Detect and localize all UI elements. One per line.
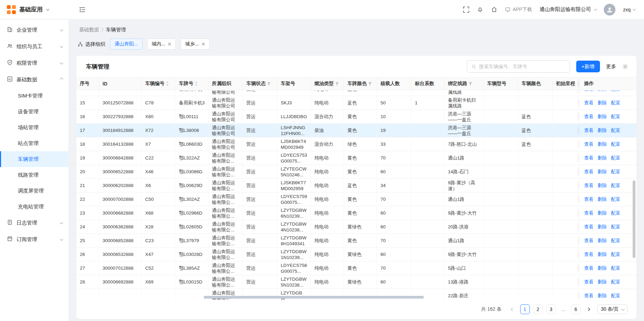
table-row[interactable]: 22300007002888C50鄂L302AZ通山奔阳运输有限公...营运LD… <box>76 193 636 206</box>
page-button-3[interactable]: 3 <box>546 304 556 314</box>
app-switcher[interactable]: 基础应用 <box>0 5 69 14</box>
view-link[interactable]: 查看 <box>584 127 593 134</box>
view-link[interactable]: 查看 <box>584 100 593 106</box>
search-input[interactable] <box>479 64 566 69</box>
table-row[interactable]: 15300125072888C78备用刷卡机3通山奔阳运输有限公司营运SKJ3纯… <box>76 96 636 110</box>
org-chip[interactable]: 城内... <box>147 39 176 50</box>
sidebar-item-station[interactable]: 站点管理 <box>0 135 68 151</box>
view-link[interactable]: 查看 <box>584 251 593 258</box>
sidebar-item-permissions[interactable]: 权限管理 <box>0 55 68 71</box>
table-row[interactable]: 16300227932888X80鄂L00111通山奔阳运输有限公司营运LLJJ… <box>76 110 636 124</box>
configure-link[interactable]: 配置 <box>611 127 620 134</box>
column-header[interactable]: 车牌号 <box>175 77 208 90</box>
view-link[interactable]: 查看 <box>584 293 593 299</box>
view-link[interactable]: 查看 <box>584 155 593 161</box>
column-header[interactable]: 绑定线路 <box>444 77 484 90</box>
table-row[interactable]: 23300006682888X68鄂L02966D通山奔阳运输有限公...营运L… <box>76 206 636 220</box>
view-link[interactable]: 查看 <box>584 224 593 230</box>
sidebar-item-sim-card[interactable]: SIM卡管理 <box>0 88 68 104</box>
breadcrumb-base-data[interactable]: 基础数据 <box>79 27 99 33</box>
avatar[interactable] <box>604 4 615 15</box>
vertical-scrollbar[interactable] <box>633 180 635 258</box>
configure-link[interactable]: 配置 <box>611 224 620 230</box>
configure-link[interactable]: 配置 <box>611 293 620 299</box>
view-link[interactable]: 查看 <box>584 210 593 216</box>
configure-link[interactable]: 配置 <box>611 238 620 244</box>
filter-icon[interactable] <box>267 82 271 86</box>
configure-link[interactable]: 配置 <box>611 114 620 120</box>
fullscreen-icon[interactable] <box>463 7 469 13</box>
configure-link[interactable]: 配置 <box>611 155 620 161</box>
table-row[interactable]: 28300006692888X69鄂L03015D通山奔阳运输有限公...营运L… <box>76 275 636 289</box>
configure-link[interactable]: 配置 <box>611 265 620 271</box>
sidebar-item-subscription[interactable]: 订阅管理 <box>0 231 68 248</box>
sidebar-item-enterprise[interactable]: 企业管理 <box>0 22 68 38</box>
view-link[interactable]: 查看 <box>584 183 593 189</box>
view-link[interactable]: 查看 <box>584 238 593 244</box>
table-row[interactable]: 19300006842888C22鄂L322AZ通山奔阳运输有限公...营运LD… <box>76 151 636 165</box>
view-link[interactable]: 查看 <box>584 265 593 271</box>
column-header[interactable]: 车牌颜色 <box>344 77 377 90</box>
prev-page-button[interactable] <box>507 304 517 314</box>
view-link[interactable]: 查看 <box>584 196 593 203</box>
sidebar-item-route[interactable]: 线路管理 <box>0 167 68 183</box>
sidebar-item-depot[interactable]: 场站管理 <box>0 120 68 135</box>
configure-link[interactable]: 配置 <box>611 251 620 258</box>
sidebar-item-org-staff[interactable]: 组织与员工 <box>0 38 68 55</box>
table-row[interactable]: 25300006852888C23鄂L37979通山奔阳运输有限公...营运LZ… <box>76 234 636 248</box>
user-menu[interactable]: zxq <box>623 7 635 12</box>
table-row[interactable]: 14300125062888C77备用刷卡机2通山奔阳运输有限公司营运SKJ2纯… <box>76 91 636 96</box>
org-chip-selected[interactable]: 通山奔阳... <box>110 39 142 50</box>
sidebar-item-charging-station[interactable]: 充电站管理 <box>0 199 68 215</box>
delete-link[interactable]: 删除 <box>598 238 607 244</box>
next-page-button[interactable] <box>584 304 594 314</box>
page-button-6[interactable]: 6 <box>571 304 581 314</box>
table-row[interactable]: 18300164132888X7鄂L06603D通山奔阳运输有限公司营运LJSK… <box>76 137 636 151</box>
delete-link[interactable]: 删除 <box>598 127 607 134</box>
close-icon[interactable] <box>202 42 205 46</box>
configure-link[interactable]: 配置 <box>611 100 620 106</box>
collapse-sidebar-icon[interactable] <box>79 7 85 12</box>
view-link[interactable]: 查看 <box>584 141 593 147</box>
org-chip[interactable]: 城乡... <box>181 39 210 50</box>
delete-link[interactable]: 删除 <box>598 224 607 230</box>
delete-link[interactable]: 删除 <box>598 251 607 258</box>
delete-link[interactable]: 删除 <box>598 279 607 285</box>
configure-link[interactable]: 配置 <box>611 279 620 285</box>
notification-bell-icon[interactable] <box>477 6 483 13</box>
delete-link[interactable]: 删除 <box>598 91 607 92</box>
table-row[interactable]: 27300007012888C52鄂L385AZ通山奔阳运输有限公...营运LD… <box>76 261 636 275</box>
delete-link[interactable]: 删除 <box>598 265 607 271</box>
table-row[interactable]: 17300184912888X72鄂L38006通山奔阳运输有限公司营运LSHF… <box>76 124 636 137</box>
filter-icon[interactable] <box>335 82 339 86</box>
view-link[interactable]: 查看 <box>584 279 593 285</box>
delete-link[interactable]: 删除 <box>598 169 607 175</box>
filter-icon[interactable] <box>368 82 372 86</box>
sidebar-item-logs[interactable]: 日志管理 <box>0 215 68 231</box>
view-link[interactable]: 查看 <box>584 169 593 175</box>
column-header[interactable]: 车辆编号 <box>142 77 175 90</box>
configure-link[interactable]: 配置 <box>611 169 620 175</box>
search-box[interactable] <box>467 60 570 73</box>
sidebar-item-base-data[interactable]: 基础数据 <box>0 71 68 88</box>
delete-link[interactable]: 删除 <box>598 210 607 216</box>
page-button-1[interactable]: 1 <box>520 304 530 314</box>
delete-link[interactable]: 删除 <box>598 114 607 120</box>
page-size-select[interactable]: 30 条/页 <box>597 304 627 314</box>
company-menu[interactable]: 通山奔阳运输有限公司 <box>539 6 596 13</box>
sidebar-item-vehicle[interactable]: 车辆管理 <box>0 151 68 167</box>
sidebar-item-dispatch-screen[interactable]: 调度屏管理 <box>0 183 68 199</box>
table-row[interactable]: 20300006522888X46鄂L03086D通山奔阳运输有限公...营运L… <box>76 165 636 179</box>
app-download-button[interactable]: APP下载 <box>505 7 532 13</box>
delete-link[interactable]: 删除 <box>598 293 607 299</box>
view-link[interactable]: 查看 <box>584 91 593 92</box>
configure-link[interactable]: 配置 <box>611 210 620 216</box>
delete-link[interactable]: 删除 <box>598 100 607 106</box>
delete-link[interactable]: 删除 <box>598 183 607 189</box>
horizontal-scrollbar[interactable] <box>204 296 424 299</box>
select-org-button[interactable]: 选择组织 <box>78 41 105 48</box>
table-row[interactable]: 24300006362888X28鄂L02605D通山奔阳运输有限公...营运L… <box>76 220 636 234</box>
page-button-2[interactable]: 2 <box>533 304 543 314</box>
column-header[interactable]: 车辆状态 <box>243 77 277 90</box>
configure-link[interactable]: 配置 <box>611 183 620 189</box>
